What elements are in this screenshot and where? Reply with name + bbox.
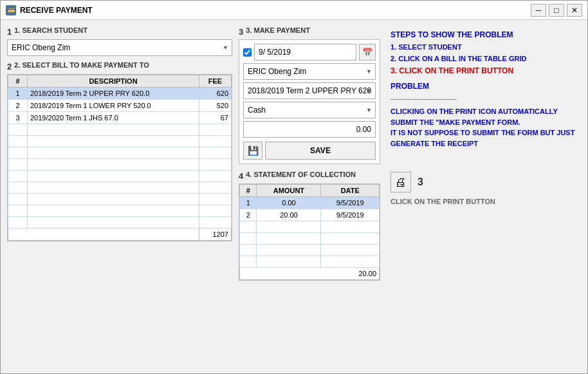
payment-method-wrapper: Cash	[243, 102, 376, 118]
window-controls: ─ □ ✕	[531, 4, 582, 17]
steps-title: STEPS TO SHOW THE PROBLEM	[390, 30, 577, 39]
step1-help: 1. SELECT STUDENT	[390, 43, 577, 51]
stmt-row-empty	[240, 256, 380, 268]
table-row-empty	[8, 205, 232, 217]
col-num: #	[8, 75, 28, 88]
table-row-empty	[8, 124, 232, 136]
minimize-button[interactable]: ─	[531, 4, 546, 17]
save-icon-button[interactable]: 💾	[243, 142, 262, 160]
right-panel: STEPS TO SHOW THE PROBLEM 1. SELECT STUD…	[387, 26, 581, 367]
payment-method-select[interactable]: Cash	[243, 102, 376, 118]
table-row-empty	[8, 147, 232, 159]
select-bill-header: 2 2. SELECT BILL TO MAKE PAYMENT TO	[7, 61, 232, 71]
stmt-col-num: #	[240, 185, 257, 197]
student-select-wrapper: ERIC Obeng Zim	[7, 39, 232, 56]
step3-help: 3. CLICK ON THE PRINT BUTTON	[390, 66, 577, 75]
table-row[interactable]: 22018/2019 Term 1 LOWER PRY 520.0520	[8, 100, 232, 112]
close-button[interactable]: ✕	[567, 4, 582, 17]
table-row[interactable]: 220.009/5/2019	[240, 209, 380, 221]
search-student-section: 1 1. SEARCH STUDENT ERIC Obeng Zim	[7, 26, 232, 56]
step1-num: 1	[7, 27, 12, 37]
statement-section: 4 4. STATEMENT OF COLLECTION # AMOUNT DA…	[239, 171, 380, 281]
table-row[interactable]: 10.009/5/2019	[240, 197, 380, 209]
table-row[interactable]: 32019/2020 Term 1 JHS 67.067	[8, 112, 232, 124]
stmt-row-empty	[240, 221, 380, 233]
select-bill-label: 2. SELECT BILL TO MAKE PAYMENT TO	[14, 61, 149, 69]
print-step-num: 3	[418, 176, 423, 188]
table-row[interactable]: 12018/2019 Term 2 UPPER PRY 620.0620	[8, 88, 232, 100]
app-icon: 💳	[6, 5, 16, 15]
student-select[interactable]: ERIC Obeng Zim	[7, 39, 232, 56]
step3-num: 3	[239, 27, 243, 37]
payment-bill-select[interactable]: 2018/2019 Term 2 UPPER PRY 620.0	[243, 82, 376, 99]
statement-label: 4. STATEMENT OF COLLECTION	[246, 171, 356, 178]
table-row-empty	[8, 194, 232, 205]
stmt-col-amount: AMOUNT	[257, 185, 321, 197]
content-area: 1 1. SEARCH STUDENT ERIC Obeng Zim 2 2. …	[1, 20, 587, 373]
stmt-table-header: # AMOUNT DATE	[240, 185, 380, 197]
save-button[interactable]: SAVE	[265, 142, 376, 160]
table-row-empty	[8, 182, 232, 194]
middle-panel: 3 3. MAKE PAYMENT 📅 ERI	[239, 26, 380, 367]
stmt-row-empty	[240, 245, 380, 256]
problem-desc: CLICKING ON THE PRINT ICON AUTOMATICALLY…	[390, 106, 577, 149]
bill-table: # DESCRIPTION FEE 12018/2019 Term 2 UPPE…	[8, 75, 232, 241]
search-student-label: 1. SEARCH STUDENT	[14, 26, 87, 34]
calendar-button[interactable]: 📅	[359, 44, 376, 61]
make-payment-label: 3. MAKE PAYMENT	[246, 26, 310, 34]
date-checkbox-group	[243, 48, 252, 57]
date-row: 📅	[243, 44, 376, 61]
stmt-col-date: DATE	[321, 185, 380, 197]
search-student-header: 1 1. SEARCH STUDENT	[7, 26, 232, 37]
step2-help: 2. CLICK ON A BILL IN THE TABLE GRID	[390, 55, 577, 62]
problem-title: PROBLEM	[390, 82, 577, 91]
statement-table-container: # AMOUNT DATE 10.009/5/2019220.009/5/201…	[239, 183, 380, 281]
bill-total-row: 1207	[8, 229, 232, 241]
payment-student-wrapper: ERIC Obeng Zim	[243, 63, 376, 80]
stmt-total-row: 20.00	[240, 268, 380, 280]
payment-student-select[interactable]: ERIC Obeng Zim	[243, 63, 376, 80]
main-window: 💳 RECEIVE PAYMENT ─ □ ✕ 1 1. SEARCH STUD…	[0, 0, 588, 374]
stmt-row-empty	[240, 233, 380, 245]
make-payment-section: 3 3. MAKE PAYMENT 📅 ERI	[239, 26, 380, 164]
step4-num: 4	[239, 171, 243, 181]
bill-table-container: # DESCRIPTION FEE 12018/2019 Term 2 UPPE…	[7, 74, 232, 241]
date-checkbox[interactable]	[243, 48, 252, 57]
statement-header: 4 4. STATEMENT OF COLLECTION	[239, 171, 380, 181]
title-bar-left: 💳 RECEIVE PAYMENT	[6, 5, 93, 15]
table-row-empty	[8, 136, 232, 147]
problem-divider: ----------------------------	[390, 95, 577, 102]
select-bill-section: 2 2. SELECT BILL TO MAKE PAYMENT TO # DE…	[7, 61, 232, 241]
table-row-empty	[8, 171, 232, 182]
date-input[interactable]	[254, 44, 356, 61]
step2-num: 2	[7, 62, 12, 71]
maximize-button[interactable]: □	[549, 4, 564, 17]
col-fee: FEE	[199, 75, 232, 88]
make-payment-header: 3 3. MAKE PAYMENT	[239, 26, 380, 37]
left-panel: 1 1. SEARCH STUDENT ERIC Obeng Zim 2 2. …	[7, 26, 232, 367]
payment-form: 📅 ERIC Obeng Zim 2018/2019 Term 2 UPPER …	[239, 39, 380, 164]
bill-table-header: # DESCRIPTION FEE	[8, 75, 232, 88]
window-title: RECEIVE PAYMENT	[20, 6, 93, 15]
save-row: 💾 SAVE	[243, 142, 376, 160]
click-print-label: CLICK ON THE PRINT BUTTON	[390, 198, 577, 205]
statement-table: # AMOUNT DATE 10.009/5/2019220.009/5/201…	[239, 184, 380, 280]
title-bar: 💳 RECEIVE PAYMENT ─ □ ✕	[1, 1, 587, 20]
table-row-empty	[8, 159, 232, 171]
col-desc: DESCRIPTION	[28, 75, 199, 88]
print-button[interactable]: 🖨	[390, 172, 411, 192]
print-area: 🖨 3	[390, 172, 577, 192]
amount-input[interactable]	[243, 121, 376, 138]
table-row-empty	[8, 217, 232, 229]
payment-bill-wrapper: 2018/2019 Term 2 UPPER PRY 620.0	[243, 82, 376, 99]
